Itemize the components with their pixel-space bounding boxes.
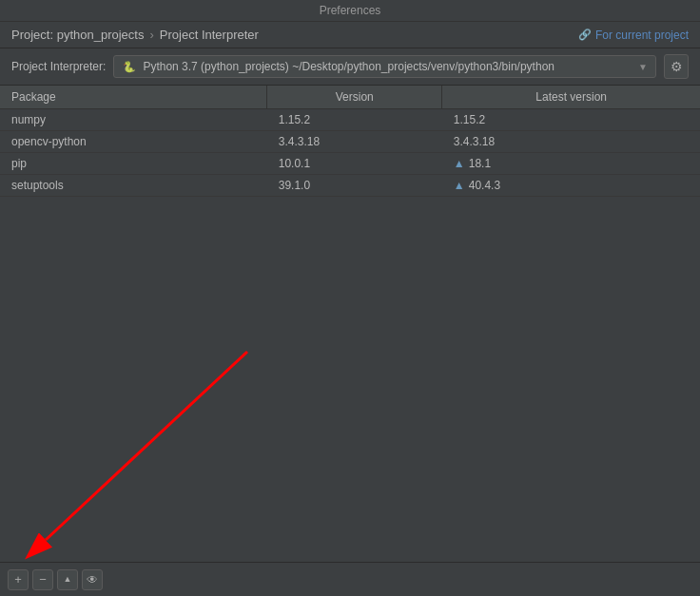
package-latest: 3.4.3.18 xyxy=(442,131,700,153)
package-latest: 1.15.2 xyxy=(442,109,700,131)
packages-table: Package Version Latest version numpy 1.1… xyxy=(0,86,700,197)
python-icon: 🐍 xyxy=(122,59,137,74)
packages-table-header: Package Version Latest version xyxy=(0,86,700,109)
breadcrumb-link[interactable]: 🔗 For current project xyxy=(578,29,689,42)
bottom-toolbar: + − ▲ 👁 xyxy=(0,562,700,596)
breadcrumb-project: Project: python_projects xyxy=(11,28,144,42)
packages-table-body: numpy 1.15.2 1.15.2 opencv-python 3.4.3.… xyxy=(0,109,700,197)
title-bar: Preferences xyxy=(0,0,700,22)
upgrade-package-button[interactable]: ▲ xyxy=(57,569,78,590)
gear-icon: ⚙ xyxy=(671,59,683,74)
interpreter-bar: Project Interpreter: 🐍 Python 3.7 (pytho… xyxy=(0,48,700,86)
gear-button[interactable]: ⚙ xyxy=(664,54,689,79)
add-icon: + xyxy=(14,573,22,586)
breadcrumb-current: Project Interpreter xyxy=(160,28,259,42)
show-package-button[interactable]: 👁 xyxy=(82,569,103,590)
interpreter-label: Project Interpreter: xyxy=(11,60,106,73)
table-row[interactable]: numpy 1.15.2 1.15.2 xyxy=(0,109,700,131)
upgrade-icon: ▲ xyxy=(64,575,72,584)
table-row[interactable]: setuptools 39.1.0 ▲40.4.3 xyxy=(0,175,700,197)
package-version: 39.1.0 xyxy=(267,175,442,197)
table-row[interactable]: pip 10.0.1 ▲18.1 xyxy=(0,153,700,175)
package-name: pip xyxy=(0,153,267,175)
column-header-version: Version xyxy=(267,86,442,109)
add-package-button[interactable]: + xyxy=(8,569,29,590)
package-name: setuptools xyxy=(0,175,267,197)
dropdown-arrow-icon: ▼ xyxy=(638,62,648,72)
package-name: numpy xyxy=(0,109,267,131)
package-version: 1.15.2 xyxy=(267,109,442,131)
update-arrow-icon: ▲ xyxy=(454,179,465,192)
package-name: opencv-python xyxy=(0,131,267,153)
eye-icon: 👁 xyxy=(87,574,98,586)
breadcrumb-separator: › xyxy=(149,28,153,42)
interpreter-select-text: Python 3.7 (python_projects) ~/Desktop/p… xyxy=(143,60,632,73)
package-version: 3.4.3.18 xyxy=(267,131,442,153)
remove-icon: − xyxy=(39,573,47,586)
package-latest: ▲40.4.3 xyxy=(442,175,700,197)
column-header-package: Package xyxy=(0,86,267,109)
table-row[interactable]: opencv-python 3.4.3.18 3.4.3.18 xyxy=(0,131,700,153)
breadcrumb-bar: Project: python_projects › Project Inter… xyxy=(0,22,700,48)
column-header-latest: Latest version xyxy=(442,86,700,109)
package-latest: ▲18.1 xyxy=(442,153,700,175)
packages-panel: Package Version Latest version numpy 1.1… xyxy=(0,86,700,577)
package-version: 10.0.1 xyxy=(267,153,442,175)
remove-package-button[interactable]: − xyxy=(32,569,53,590)
update-arrow-icon: ▲ xyxy=(454,157,465,170)
interpreter-select[interactable]: 🐍 Python 3.7 (python_projects) ~/Desktop… xyxy=(113,55,656,78)
link-icon: 🔗 xyxy=(578,29,592,41)
title-text: Preferences xyxy=(320,4,381,17)
